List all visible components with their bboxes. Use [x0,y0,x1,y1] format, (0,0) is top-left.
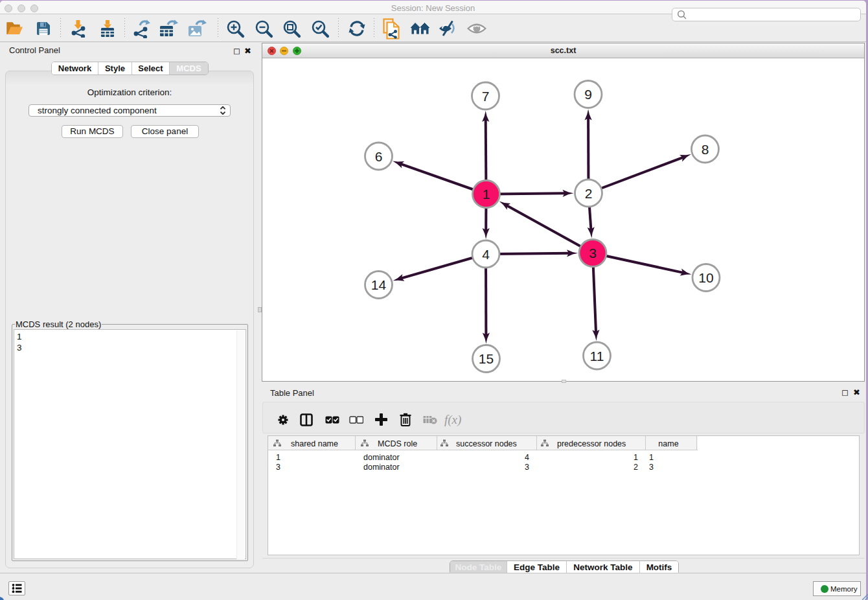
svg-text:15: 15 [479,351,494,366]
svg-text:8: 8 [702,142,709,157]
svg-text:4: 4 [482,247,490,262]
svg-text:11: 11 [590,349,604,363]
svg-text:14: 14 [371,277,387,292]
svg-text:7: 7 [482,89,490,104]
svg-text:2: 2 [585,186,593,201]
svg-text:6: 6 [375,149,383,164]
svg-text:3: 3 [589,246,597,260]
svg-text:9: 9 [584,87,592,102]
svg-text:10: 10 [698,270,713,285]
svg-text:1: 1 [483,187,490,202]
